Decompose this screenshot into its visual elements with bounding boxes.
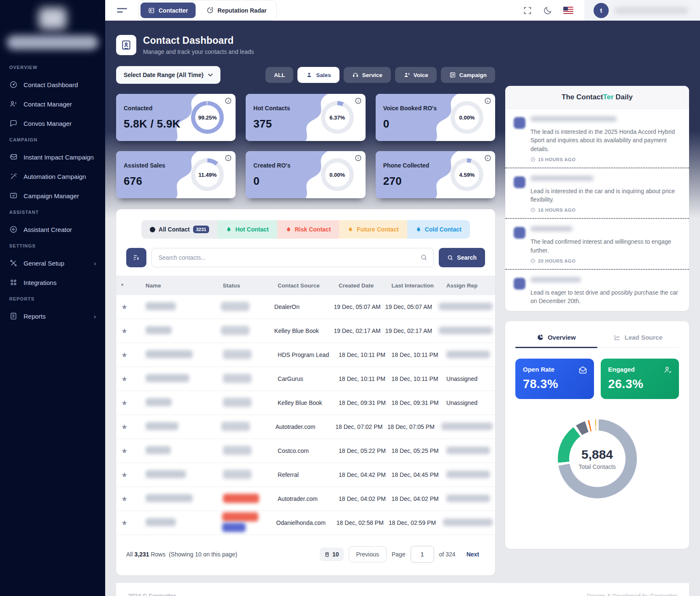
status-badge — [221, 302, 249, 311]
star-icon[interactable]: ★ — [119, 495, 143, 503]
table-row[interactable]: ★ CarGurus 18 Dec, 10:11 PM 18 Dec, 10:1… — [116, 367, 495, 391]
sidebar-item-reports[interactable]: Reports › — [0, 306, 105, 326]
star-icon[interactable]: ★ — [119, 303, 143, 311]
page-of-label: of 324 — [439, 551, 456, 558]
redacted-user-name — [615, 7, 688, 14]
stat-gauge: 99.25% — [191, 101, 224, 134]
language-flag-us[interactable] — [563, 7, 573, 14]
search-input[interactable] — [151, 248, 434, 267]
info-icon[interactable] — [484, 97, 491, 104]
table-header: * Name Status Contact Source Created Dat… — [116, 276, 495, 295]
cell-name — [143, 326, 218, 335]
report-icon — [9, 312, 18, 320]
tab-lead-source[interactable]: Lead Source — [597, 330, 679, 347]
contact-type-tab[interactable]: Cold Contact — [407, 220, 470, 239]
sidebar-item-campaign-manager[interactable]: Campaign Manager — [0, 186, 105, 205]
filter-voice-button[interactable]: Voice — [395, 67, 437, 83]
person-icon — [9, 100, 18, 108]
star-icon[interactable]: ★ — [119, 447, 143, 455]
info-icon[interactable] — [355, 154, 362, 162]
info-icon[interactable] — [355, 97, 362, 104]
star-icon[interactable]: ★ — [119, 519, 143, 527]
sidebar-item-contact-dashboard[interactable]: Contact Dashboard — [0, 75, 105, 94]
date-range-select[interactable]: Select Date Range (All Time) — [116, 66, 220, 84]
table-row[interactable]: ★ Odanielhonda.com 18 Dec, 02:58 PM 18 D… — [116, 511, 495, 535]
redacted-lead-name — [530, 277, 581, 282]
app-switch: Contactter Reputation Radar — [138, 0, 277, 21]
page-number-input[interactable] — [411, 546, 434, 563]
sidebar-item-integrations[interactable]: Integrations — [0, 273, 105, 292]
redacted-rep — [446, 471, 490, 478]
stat-value: 0 — [383, 117, 437, 130]
filter-sort-button[interactable] — [126, 248, 146, 267]
table-row[interactable]: ★ Costco.com 18 Dec, 05:22 PM 18 Dec, 05… — [116, 439, 495, 463]
cell-contact-source: CarGurus — [275, 375, 336, 382]
filter-service-button[interactable]: Service — [344, 67, 391, 83]
pie-chart-icon — [537, 334, 544, 341]
stat-value: 375 — [253, 117, 290, 130]
table-row[interactable]: ★ DealerOn 19 Dec, 05:07 AM 19 Dec, 05:0… — [116, 295, 495, 319]
table-row[interactable]: ★ Kelley Blue Book 19 Dec, 02:17 AM 19 D… — [116, 319, 495, 343]
headset-icon — [352, 72, 359, 78]
sidebar-item-automation-campaign[interactable]: Automation Campaign — [0, 167, 105, 186]
tab-overview[interactable]: Overview — [515, 330, 597, 347]
filter-campaign-button[interactable]: Campaign — [441, 67, 495, 83]
info-icon[interactable] — [225, 97, 232, 104]
sidebar-item-general-setup[interactable]: General Setup › — [0, 253, 105, 273]
user-menu[interactable]: t — [584, 0, 700, 21]
filter-sales-button[interactable]: Sales — [297, 67, 339, 83]
sidebar-item-label: Assistant Creator — [24, 226, 72, 233]
donut-center: 5,884 Total Contacts — [569, 431, 626, 487]
feed-timestamp: 16 HOURS AGO — [530, 208, 681, 213]
table-row[interactable]: ★ Autotrader.com 18 Dec, 04:02 PM 18 Dec… — [116, 487, 495, 511]
tab-reputation-radar[interactable]: Reputation Radar — [199, 3, 274, 18]
contact-type-tab[interactable]: Hot Contact — [217, 220, 277, 239]
star-icon[interactable]: ★ — [119, 327, 143, 335]
page-footer: 2024 © Contactter. Design & Developed by… — [116, 583, 689, 596]
info-icon[interactable] — [225, 154, 232, 162]
previous-page-button[interactable]: Previous — [349, 546, 387, 562]
star-icon[interactable]: ★ — [119, 471, 143, 479]
search-button[interactable]: Search — [439, 248, 485, 267]
table-row[interactable]: ★ Referral 18 Dec, 04:42 PM 18 Dec, 04:4… — [116, 463, 495, 487]
dark-mode-moon-icon[interactable] — [543, 6, 552, 15]
fullscreen-icon[interactable] — [523, 6, 532, 15]
redacted-name — [146, 302, 176, 310]
hamburger-menu-icon[interactable] — [117, 6, 128, 15]
cell-assign-rep — [436, 327, 493, 335]
sidebar-item-assistant-creator[interactable]: Assistant Creator — [0, 220, 105, 239]
tab-contactter[interactable]: Contactter — [141, 3, 196, 18]
sidebar-item-instant-impact-campaign[interactable]: Instant Impact Campaign — [0, 147, 105, 167]
status-badge — [223, 398, 252, 407]
cell-name — [143, 374, 220, 383]
cell-name — [143, 398, 220, 407]
star-icon[interactable]: ★ — [119, 399, 143, 407]
filter-all-button[interactable]: ALL — [265, 67, 293, 83]
app-logo — [39, 8, 66, 29]
contact-type-tab[interactable]: Future Contact — [339, 220, 407, 239]
sidebar-search-redacted[interactable] — [7, 35, 98, 50]
table-row[interactable]: ★ HDS Program Lead 18 Dec, 10:11 PM 18 D… — [116, 343, 495, 367]
clock-icon — [530, 208, 536, 213]
next-page-button[interactable]: Next — [461, 547, 485, 562]
info-icon[interactable] — [484, 154, 491, 162]
page-size-select[interactable]: 10 — [320, 548, 344, 561]
contact-type-tab[interactable]: Risk Contact — [277, 220, 339, 239]
star-icon[interactable]: ★ — [119, 375, 143, 383]
envelope-check-icon — [9, 192, 18, 200]
feed-text: The lead is interested in the 2025 Honda… — [530, 128, 681, 153]
sidebar-section-overview: OVERVIEW — [0, 61, 105, 75]
star-icon[interactable]: ★ — [119, 423, 143, 431]
sidebar-item-contact-manager[interactable]: Contact Manager — [0, 94, 105, 114]
flame-icon — [286, 226, 292, 232]
contact-type-tab[interactable]: All Contact 3231 — [141, 220, 217, 239]
redacted-lead-name — [530, 176, 594, 181]
cell-created-date: 19 Dec, 02:17 AM — [331, 327, 382, 334]
star-icon[interactable]: ★ — [119, 351, 143, 359]
table-row[interactable]: ★ Kelley Blue Book 18 Dec, 09:31 PM 18 D… — [116, 391, 495, 415]
daily-feed-item: The lead confirmed interest and willingn… — [505, 218, 689, 269]
table-row[interactable]: ★ Autotrader.com 18 Dec, 07:02 PM 18 Dec… — [116, 415, 495, 439]
col-assign-rep: Assign Rep — [444, 282, 493, 289]
sidebar-item-convos-manager[interactable]: Convos Manager — [0, 114, 105, 133]
redacted-name — [146, 422, 178, 430]
